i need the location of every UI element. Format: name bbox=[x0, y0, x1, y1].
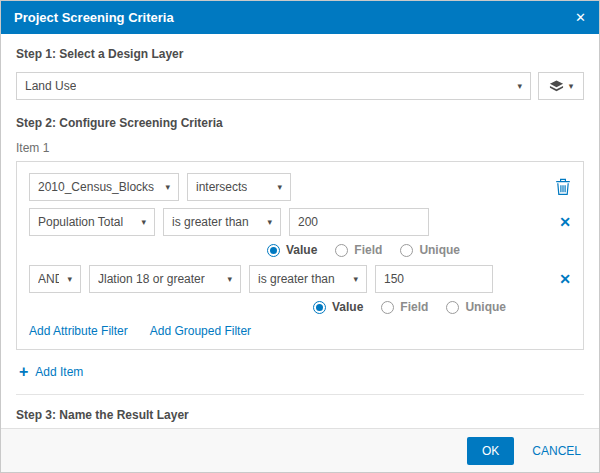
chevron-down-icon: ▾ bbox=[219, 274, 232, 284]
filter2-operator-value: is greater than bbox=[258, 272, 335, 286]
close-icon[interactable]: ✕ bbox=[575, 11, 586, 24]
step1-label: Step 1: Select a Design Layer bbox=[16, 47, 584, 61]
remove-icon: ✕ bbox=[559, 271, 571, 287]
radio-selected-icon bbox=[267, 244, 280, 257]
ok-button[interactable]: OK bbox=[467, 437, 514, 465]
radio-icon bbox=[335, 244, 348, 257]
design-layer-value: Land Use bbox=[25, 79, 76, 93]
step2-label: Step 2: Configure Screening Criteria bbox=[16, 116, 584, 130]
chevron-down-icon: ▾ bbox=[59, 274, 72, 284]
dialog-header: Project Screening Criteria ✕ bbox=[1, 1, 599, 34]
cancel-button[interactable]: CANCEL bbox=[532, 444, 581, 458]
chevron-down-icon: ▾ bbox=[259, 217, 272, 227]
radio-icon bbox=[446, 301, 459, 314]
filter1-field-dropdown[interactable]: Population Total ▾ bbox=[29, 208, 155, 236]
project-screening-dialog: Project Screening Criteria ✕ Step 1: Sel… bbox=[0, 0, 600, 473]
step3-label: Step 3: Name the Result Layer bbox=[16, 408, 584, 422]
layer-options-button[interactable]: ▾ bbox=[538, 72, 584, 100]
radio-label: Unique bbox=[465, 300, 506, 314]
spatial-operator-value: intersects bbox=[196, 180, 247, 194]
filter1-operator-dropdown[interactable]: is greater than ▾ bbox=[163, 208, 281, 236]
plus-icon: + bbox=[19, 364, 28, 380]
filter2-field-value: Jlation 18 or greater bbox=[98, 272, 205, 286]
filter2-radio-value[interactable]: Value bbox=[313, 300, 363, 314]
screening-layer-dropdown[interactable]: 2010_Census_Blocks ▾ bbox=[29, 173, 179, 201]
layers-icon bbox=[549, 79, 564, 94]
radio-icon bbox=[400, 244, 413, 257]
filter-links-row: Add Attribute Filter Add Grouped Filter bbox=[29, 324, 571, 338]
remove-icon: ✕ bbox=[559, 214, 571, 230]
radio-label: Value bbox=[332, 300, 363, 314]
item-label: Item 1 bbox=[16, 141, 584, 155]
filter1-value-type-group: Value Field Unique bbox=[267, 243, 571, 257]
radio-label: Value bbox=[286, 243, 317, 257]
radio-selected-icon bbox=[313, 301, 326, 314]
delete-item-button[interactable] bbox=[555, 178, 571, 196]
filter2-value-input[interactable] bbox=[375, 265, 493, 293]
add-item-button[interactable]: + Add Item bbox=[19, 364, 584, 380]
add-item-label: Add Item bbox=[35, 365, 83, 379]
add-attribute-filter-link[interactable]: Add Attribute Filter bbox=[29, 324, 128, 338]
trash-icon bbox=[555, 178, 571, 196]
radio-label: Unique bbox=[419, 243, 460, 257]
chevron-down-icon: ▾ bbox=[157, 182, 170, 192]
chevron-down-icon: ▾ bbox=[569, 81, 574, 91]
remove-filter2-button[interactable]: ✕ bbox=[559, 271, 571, 287]
remove-filter1-button[interactable]: ✕ bbox=[559, 214, 571, 230]
filter2-radio-unique[interactable]: Unique bbox=[446, 300, 506, 314]
radio-label: Field bbox=[354, 243, 382, 257]
dialog-body: Step 1: Select a Design Layer Land Use ▾… bbox=[1, 34, 599, 428]
layer-operator-row: 2010_Census_Blocks ▾ intersects ▾ bbox=[29, 173, 571, 201]
chevron-down-icon: ▾ bbox=[345, 274, 358, 284]
spatial-operator-dropdown[interactable]: intersects ▾ bbox=[187, 173, 291, 201]
filter-row: AND ▾ Jlation 18 or greater ▾ is greater… bbox=[29, 265, 571, 293]
design-layer-row: Land Use ▾ ▾ bbox=[16, 72, 584, 100]
filter1-radio-unique[interactable]: Unique bbox=[400, 243, 460, 257]
filter-row: Population Total ▾ is greater than ▾ ✕ bbox=[29, 208, 571, 236]
filter1-radio-field[interactable]: Field bbox=[335, 243, 382, 257]
filter2-conjunction-dropdown[interactable]: AND ▾ bbox=[29, 265, 81, 293]
filter2-conjunction-value: AND bbox=[38, 272, 59, 286]
design-layer-dropdown[interactable]: Land Use ▾ bbox=[16, 72, 531, 100]
add-grouped-filter-link[interactable]: Add Grouped Filter bbox=[150, 324, 251, 338]
dialog-footer: OK CANCEL bbox=[1, 428, 599, 472]
screening-layer-value: 2010_Census_Blocks bbox=[38, 180, 154, 194]
filter1-field-value: Population Total bbox=[38, 215, 123, 229]
section-divider bbox=[16, 394, 584, 395]
chevron-down-icon: ▾ bbox=[269, 182, 282, 192]
dialog-title: Project Screening Criteria bbox=[14, 10, 575, 25]
radio-label: Field bbox=[400, 300, 428, 314]
filter1-radio-value[interactable]: Value bbox=[267, 243, 317, 257]
filter1-operator-value: is greater than bbox=[172, 215, 249, 229]
filter1-value-input[interactable] bbox=[289, 208, 429, 236]
filter2-value-type-group: Value Field Unique bbox=[313, 300, 571, 314]
filter2-operator-dropdown[interactable]: is greater than ▾ bbox=[249, 265, 367, 293]
screening-item-box: 2010_Census_Blocks ▾ intersects ▾ Popula… bbox=[16, 161, 584, 350]
radio-icon bbox=[381, 301, 394, 314]
chevron-down-icon: ▾ bbox=[509, 81, 522, 91]
chevron-down-icon: ▾ bbox=[133, 217, 146, 227]
filter2-radio-field[interactable]: Field bbox=[381, 300, 428, 314]
filter2-field-dropdown[interactable]: Jlation 18 or greater ▾ bbox=[89, 265, 241, 293]
